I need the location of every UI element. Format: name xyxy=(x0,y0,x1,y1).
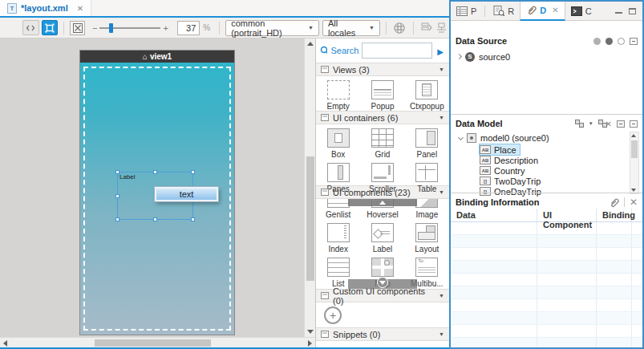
palette-item-empty[interactable]: Empty xyxy=(316,76,360,111)
data-source-item[interactable]: S source0 xyxy=(457,51,510,62)
resize-handle[interactable] xyxy=(191,217,195,221)
chevron-down-icon[interactable]: ▼ xyxy=(439,115,444,120)
data-model-field-twodaytrip[interactable]: [] TwoDayTrip xyxy=(480,176,541,186)
remove-model-icon[interactable] xyxy=(598,120,607,128)
chevron-down-icon[interactable]: ▼ xyxy=(439,67,444,72)
chevron-down-icon[interactable]: ▼ xyxy=(589,121,593,126)
zoom-slider-thumb[interactable] xyxy=(109,23,113,33)
section-header-views[interactable]: Views (3) ▼ xyxy=(316,63,449,76)
zoom-value-input[interactable]: 37 xyxy=(177,21,200,35)
add-custom-component-button[interactable]: + xyxy=(324,306,342,324)
resize-handle[interactable] xyxy=(115,194,119,198)
scroll-up-icon[interactable] xyxy=(307,42,314,46)
column-header-binding[interactable]: Binding xyxy=(597,209,632,221)
palette-item-panel[interactable]: Panel xyxy=(405,124,449,159)
palette-item-layout[interactable]: Layout xyxy=(405,219,449,254)
send-to-device-button[interactable] xyxy=(434,21,449,35)
scroll-left-icon[interactable] xyxy=(3,340,7,347)
tab-resource[interactable]: R xyxy=(488,2,520,21)
tab-properties[interactable]: P xyxy=(451,2,482,21)
zoom-slider-track[interactable] xyxy=(99,27,160,29)
chevron-down-icon[interactable]: ▼ xyxy=(439,293,444,298)
chevron-down-icon[interactable]: ▼ xyxy=(439,331,444,337)
box-icon xyxy=(327,128,350,148)
collapse-all-icon[interactable] xyxy=(630,120,638,128)
design-canvas[interactable]: ⌂ view1 Label xyxy=(0,39,304,337)
view-body[interactable]: Label text xyxy=(80,63,234,335)
horizontal-scroll-thumb[interactable] xyxy=(95,339,211,347)
search-run-button[interactable]: ▶ xyxy=(435,45,445,57)
fit-to-screen-button[interactable] xyxy=(70,21,85,35)
remove-source-icon[interactable] xyxy=(618,38,625,45)
palette-item-index[interactable]: Index xyxy=(316,219,360,254)
palette-scroll-down[interactable] xyxy=(348,279,417,289)
tab-console[interactable]: C xyxy=(565,2,597,21)
palette-item-label[interactable]: Label xyxy=(360,219,404,254)
zoom-out-icon[interactable]: − xyxy=(90,23,99,33)
close-icon[interactable]: ✕ xyxy=(77,4,83,13)
section-header-snippets[interactable]: Snippets (0) ▼ xyxy=(316,327,449,341)
resize-handle[interactable] xyxy=(153,170,157,174)
toolbar-separator xyxy=(413,22,414,34)
data-model-field-description[interactable]: AB Description xyxy=(480,155,538,165)
locales-dropdown[interactable]: All locales ▼ xyxy=(322,20,380,36)
expand-all-icon[interactable] xyxy=(617,120,625,128)
add-source-icon[interactable] xyxy=(593,38,601,45)
data-model-header: Data Model ▼ ✕ xyxy=(451,116,642,131)
section-header-containers[interactable]: UI containers (6) ▼ xyxy=(316,111,449,124)
link-binding-icon[interactable] xyxy=(609,197,619,208)
vertical-scroll-thumb[interactable] xyxy=(306,156,314,281)
zoom-in-icon[interactable]: + xyxy=(160,23,170,33)
search-input[interactable] xyxy=(362,43,432,59)
search-label: Search xyxy=(330,46,358,55)
palette-item-grid[interactable]: Grid xyxy=(360,124,404,159)
data-model-field-place[interactable]: AB Place xyxy=(480,144,520,155)
design-view-button[interactable] xyxy=(42,20,59,35)
resize-handle[interactable] xyxy=(153,217,157,221)
expander-icon[interactable] xyxy=(456,54,462,59)
tab-data-binding[interactable]: D ✕ xyxy=(520,2,565,21)
column-header-data[interactable]: Data xyxy=(451,209,537,221)
binding-table-row xyxy=(451,235,642,248)
zoom-slider[interactable]: − + xyxy=(90,23,171,33)
field-name: Country xyxy=(494,166,525,176)
section-header-components[interactable]: UI components (23) ▼ xyxy=(316,185,449,199)
canvas-vertical-scrollbar[interactable] xyxy=(304,39,315,337)
palette-item-ctxpopup[interactable]: Ctxpopup xyxy=(405,76,449,111)
data-model-field-country[interactable]: AB Country xyxy=(480,165,525,176)
palette-item-popup[interactable]: Popup xyxy=(360,76,404,111)
scroll-right-icon[interactable] xyxy=(308,340,312,347)
configuration-dropdown[interactable]: common (portrait_HD) ▼ xyxy=(225,20,319,36)
delete-binding-icon[interactable]: ✕ xyxy=(630,197,638,208)
dragged-button-widget[interactable]: text xyxy=(155,187,218,201)
expander-icon[interactable] xyxy=(458,135,464,140)
maximize-icon[interactable] xyxy=(629,8,636,14)
source-view-button[interactable] xyxy=(22,20,39,35)
data-model-scrollbar[interactable] xyxy=(630,132,639,194)
canvas-horizontal-scrollbar[interactable] xyxy=(0,337,315,347)
scroll-up-icon[interactable] xyxy=(631,134,636,137)
palette-scroll-up[interactable] xyxy=(348,199,417,206)
section-header-custom[interactable]: Custom UI components (0) ▼ xyxy=(316,289,449,302)
grid-preview-button[interactable] xyxy=(392,21,407,35)
layout-export-button[interactable] xyxy=(419,21,435,35)
field-name: TwoDayTrip xyxy=(494,177,541,186)
data-model-root[interactable]: model0 (source0) xyxy=(459,132,549,143)
close-icon[interactable]: ✕ xyxy=(552,6,558,14)
collapse-all-icon[interactable] xyxy=(630,38,638,45)
scroll-down-icon[interactable] xyxy=(631,189,636,192)
chevron-down-icon[interactable]: ▼ xyxy=(439,189,444,195)
edit-source-icon[interactable] xyxy=(606,38,613,45)
tab-layout-xml[interactable]: T *layout.xml ✕ xyxy=(0,0,91,16)
add-model-icon[interactable] xyxy=(575,120,584,128)
resize-handle[interactable] xyxy=(191,170,195,174)
palette-item-label: Empty xyxy=(326,102,349,111)
resize-handle[interactable] xyxy=(115,217,119,221)
list-icon xyxy=(327,258,350,277)
scroll-down-icon[interactable] xyxy=(307,330,314,334)
palette-item-box[interactable]: Box xyxy=(316,124,360,159)
minimize-icon[interactable] xyxy=(615,8,622,14)
column-header-ui-component[interactable]: UI Component xyxy=(537,209,597,221)
resize-handle[interactable] xyxy=(115,170,119,174)
scroll-thumb[interactable] xyxy=(631,140,638,158)
